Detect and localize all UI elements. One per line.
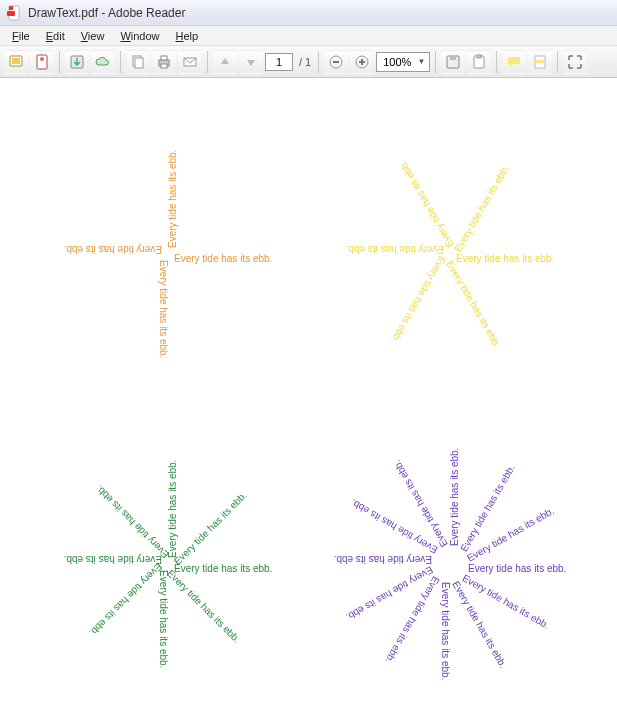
menu-window[interactable]: Window (112, 28, 167, 44)
ray-text: Every tide has its ebb. (346, 244, 450, 254)
read-mode-button[interactable] (563, 50, 587, 74)
radial-text-p2: Every tide has its ebb.Every tide has it… (310, 114, 590, 394)
save-icon (69, 54, 85, 70)
titlebar: DrawText.pdf - Adobe Reader (0, 0, 617, 26)
menu-view[interactable]: View (73, 28, 113, 44)
svg-rect-14 (333, 61, 339, 63)
zoom-value: 100% (379, 56, 415, 68)
pdf-page: Every tide has its ebb.Every tide has it… (10, 84, 607, 724)
menu-file[interactable]: File (4, 28, 38, 44)
svg-rect-8 (135, 58, 143, 68)
print-icon (156, 54, 172, 70)
plus-icon (354, 54, 370, 70)
print-button[interactable] (152, 50, 176, 74)
svg-rect-11 (161, 64, 167, 68)
menu-edit[interactable]: Edit (38, 28, 73, 44)
cloud-button[interactable] (91, 50, 115, 74)
menu-help[interactable]: Help (168, 28, 207, 44)
svg-rect-21 (477, 55, 481, 58)
ray-text: Every tide has its ebb. (441, 254, 502, 349)
highlight-icon (532, 54, 548, 70)
organizer-button[interactable] (467, 50, 491, 74)
print-file-button[interactable] (4, 50, 28, 74)
ray-text: Every tide has its ebb. (168, 460, 178, 564)
ray-text: Every tide has its ebb. (168, 490, 249, 571)
ray-text: Every tide has its ebb. (168, 564, 272, 574)
toolbar-separator (120, 51, 121, 73)
open-icon (34, 54, 50, 70)
pages-icon (130, 54, 146, 70)
menu-window-rest: indow (131, 30, 160, 42)
center-ring (437, 551, 463, 577)
page-number-input[interactable] (265, 53, 293, 71)
expand-icon (567, 54, 583, 70)
save-button[interactable] (65, 50, 89, 74)
zoom-out-button[interactable] (324, 50, 348, 74)
toolbar: / 1 100% ▼ (0, 46, 617, 78)
ray-text: Every tide has its ebb. (64, 554, 168, 564)
ray-text: Every tide has its ebb. (161, 564, 242, 645)
disk-icon (445, 54, 461, 70)
comment-icon (506, 54, 522, 70)
page-total-label: / 1 (299, 56, 311, 68)
save-disk-button[interactable] (441, 50, 465, 74)
ray-text: Every tide has its ebb. (87, 557, 168, 638)
menu-help-rest: elp (183, 30, 198, 42)
toolbar-separator (207, 51, 208, 73)
menubar: File Edit View Window Help (0, 26, 617, 46)
email-button[interactable] (178, 50, 202, 74)
svg-point-5 (40, 57, 44, 61)
ray-text: Every tide has its ebb. (450, 254, 554, 264)
svg-rect-1 (7, 11, 15, 16)
printer-icon (8, 54, 24, 70)
radial-text-p3: Every tide has its ebb.Every tide has it… (28, 424, 308, 704)
cloud-icon (95, 54, 111, 70)
menu-file-rest: ile (19, 30, 30, 42)
svg-rect-3 (12, 58, 20, 64)
ray-text: Every tide has its ebb. (64, 244, 168, 254)
zoom-in-button[interactable] (350, 50, 374, 74)
ray-text: Every tide has its ebb. (398, 159, 459, 254)
comment-button[interactable] (502, 50, 526, 74)
radial-text-p4: Every tide has its ebb.Every tide has it… (310, 424, 590, 704)
open-file-button[interactable] (30, 50, 54, 74)
ray-text: Every tide has its ebb. (440, 564, 450, 680)
svg-rect-17 (361, 59, 363, 65)
ray-text: Every tide has its ebb. (389, 249, 450, 344)
chevron-down-icon: ▼ (415, 57, 427, 66)
radial-text-p1: Every tide has its ebb.Every tide has it… (28, 114, 308, 394)
highlight-button[interactable] (528, 50, 552, 74)
window-title: DrawText.pdf - Adobe Reader (28, 6, 611, 20)
toolbar-separator (59, 51, 60, 73)
pdf-app-icon (6, 5, 22, 21)
page-up-button[interactable] (213, 50, 237, 74)
toolbar-separator (318, 51, 319, 73)
svg-rect-19 (450, 56, 456, 60)
svg-rect-10 (161, 56, 167, 60)
arrow-up-icon (217, 54, 233, 70)
toolbar-separator (557, 51, 558, 73)
ray-text: Every tide has its ebb. (158, 564, 168, 668)
document-area[interactable]: Every tide has its ebb.Every tide has it… (0, 78, 617, 724)
email-icon (182, 54, 198, 70)
pages-button[interactable] (126, 50, 150, 74)
ray-text: Every tide has its ebb. (158, 254, 168, 358)
ray-text: Every tide has its ebb. (168, 150, 178, 254)
page-down-button[interactable] (239, 50, 263, 74)
ray-text: Every tide has its ebb. (94, 483, 175, 564)
menu-view-rest: iew (88, 30, 105, 42)
zoom-select[interactable]: 100% ▼ (376, 52, 430, 72)
clipboard-icon (471, 54, 487, 70)
menu-edit-rest: dit (53, 30, 65, 42)
minus-icon (328, 54, 344, 70)
ray-text: Every tide has its ebb. (450, 164, 511, 259)
toolbar-separator (496, 51, 497, 73)
toolbar-separator (435, 51, 436, 73)
svg-rect-23 (536, 60, 544, 63)
arrow-down-icon (243, 54, 259, 70)
ray-text: Every tide has its ebb. (168, 254, 272, 264)
